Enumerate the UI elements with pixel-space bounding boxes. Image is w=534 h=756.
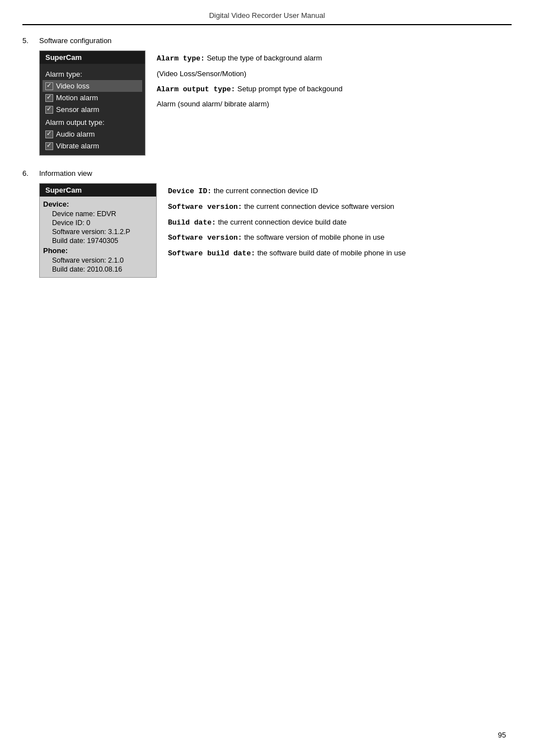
- section-5-two-col: SuperCam Alarm type: Video loss Motion a…: [39, 50, 512, 156]
- alarm-output-key: Alarm output type:: [157, 85, 235, 94]
- alarm-output-desc: Alarm output type: Setup prompt type of …: [157, 83, 512, 96]
- supercam-alarm-body: Alarm type: Video loss Motion alarm: [40, 64, 145, 155]
- alarm-output-sub: Alarm (sound alarm/ bibrate alarm): [157, 99, 512, 110]
- alarm-type-label: Alarm type:: [45, 67, 139, 80]
- alarm-output-sub-text: Alarm (sound alarm/ bibrate alarm): [157, 100, 269, 108]
- page: Digital Video Recorder User Manual 5. So…: [0, 0, 534, 756]
- phone-sw-version-key: Software version:: [168, 234, 242, 242]
- phone-sw-version-value: the software version of mobile phone in …: [244, 233, 385, 241]
- build-date-key: Build date:: [168, 218, 216, 227]
- alarm-type-sub-text: (Video Loss/Sensor/Motion): [157, 69, 246, 78]
- audio-alarm-label: Audio alarm: [56, 130, 95, 138]
- supercam-info-box: SuperCam Device: Device name: EDVR Devic…: [39, 183, 157, 278]
- section-5: 5. Software configuration SuperCam Alarm…: [22, 36, 512, 156]
- device-id-value: the current connection device ID: [214, 186, 318, 195]
- sensor-alarm-label: Sensor alarm: [56, 105, 99, 114]
- alarm-audio-item[interactable]: Audio alarm: [45, 128, 139, 140]
- page-number: 95: [498, 731, 506, 739]
- section-5-content: Software configuration SuperCam Alarm ty…: [39, 36, 512, 156]
- alarm-type-value: Setup the type of background alarm: [207, 54, 322, 62]
- supercam-info-body: Device: Device name: EDVR Device ID: 0 S…: [40, 197, 156, 277]
- sw-version-desc: Software version: the current connection…: [168, 201, 512, 213]
- vibrate-alarm-label: Vibrate alarm: [56, 142, 99, 150]
- alarm-type-key: Alarm type:: [157, 54, 205, 63]
- section-6-number: 6.: [22, 169, 39, 178]
- section-5-title: Software configuration: [39, 36, 512, 45]
- alarm-sensor-item[interactable]: Sensor alarm: [45, 104, 139, 115]
- video-loss-label: Video loss: [56, 82, 90, 90]
- video-loss-checkbox-icon: [45, 82, 53, 90]
- motion-alarm-label: Motion alarm: [56, 94, 98, 102]
- phone-build-date-key: Software build date:: [168, 249, 255, 258]
- device-build-date-row: Build date: 19740305: [43, 236, 153, 245]
- sw-version-value: the current connection device software v…: [244, 202, 394, 211]
- section-6-title: Information view: [39, 169, 512, 178]
- motion-alarm-checkbox-icon: [45, 94, 53, 102]
- alarm-video-loss-item[interactable]: Video loss: [43, 80, 142, 92]
- section-6-desc: Device ID: the current connection device…: [168, 183, 512, 263]
- alarm-vibrate-item[interactable]: Vibrate alarm: [45, 140, 139, 152]
- section-5-number: 5.: [22, 36, 39, 45]
- phone-sw-version-row: Software version: 2.1.0: [43, 256, 153, 265]
- supercam-alarm-box: SuperCam Alarm type: Video loss Motion a…: [39, 50, 146, 156]
- phone-sw-version-desc: Software version: the software version o…: [168, 232, 512, 244]
- phone-build-date-value: the software build date of mobile phone …: [257, 249, 406, 257]
- alarm-output-label: Alarm output type:: [45, 115, 139, 128]
- vibrate-alarm-checkbox-icon: [45, 142, 53, 150]
- alarm-type-sub: (Video Loss/Sensor/Motion): [157, 68, 512, 80]
- section-6-two-col: SuperCam Device: Device name: EDVR Devic…: [39, 183, 512, 278]
- alarm-motion-item[interactable]: Motion alarm: [45, 92, 139, 104]
- supercam-info-title: SuperCam: [40, 184, 156, 197]
- build-date-value: the current connection device build date: [218, 218, 346, 226]
- audio-alarm-checkbox-icon: [45, 130, 53, 138]
- device-sw-version-row: Software version: 3.1.2.P: [43, 227, 153, 236]
- device-name-row: Device name: EDVR: [43, 209, 153, 218]
- phone-category-label: Phone:: [43, 245, 153, 256]
- build-date-desc: Build date: the current connection devic…: [168, 217, 512, 229]
- page-header: Digital Video Recorder User Manual: [22, 11, 512, 25]
- device-id-desc: Device ID: the current connection device…: [168, 185, 512, 198]
- phone-build-date-row: Build date: 2010.08.16: [43, 265, 153, 274]
- device-id-row: Device ID: 0: [43, 218, 153, 227]
- sensor-alarm-checkbox-icon: [45, 106, 53, 114]
- section-6: 6. Information view SuperCam Device: Dev…: [22, 169, 512, 278]
- alarm-type-desc: Alarm type: Setup the type of background…: [157, 53, 512, 65]
- header-title: Digital Video Recorder User Manual: [209, 11, 325, 20]
- section-6-content: Information view SuperCam Device: Device…: [39, 169, 512, 278]
- section-5-desc: Alarm type: Setup the type of background…: [157, 50, 512, 114]
- phone-build-date-desc: Software build date: the software build …: [168, 248, 512, 260]
- device-category-label: Device:: [43, 199, 153, 209]
- sw-version-key: Software version:: [168, 203, 242, 211]
- device-id-key: Device ID:: [168, 187, 212, 195]
- alarm-output-value: Setup prompt type of backgound: [237, 85, 343, 93]
- supercam-alarm-title: SuperCam: [40, 51, 145, 64]
